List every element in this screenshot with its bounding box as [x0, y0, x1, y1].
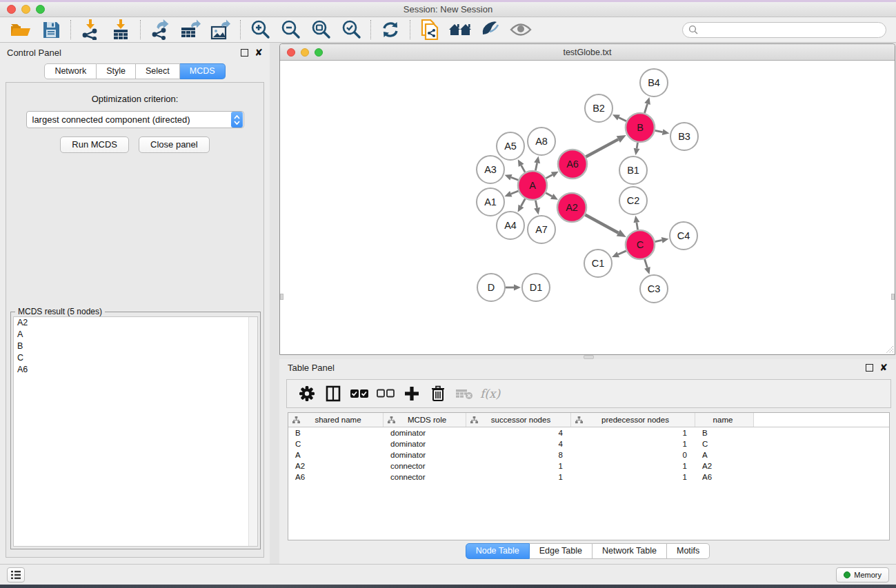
tab-select[interactable]: Select	[136, 63, 180, 79]
cell-shared-name[interactable]: C	[288, 440, 384, 448]
column-header-name[interactable]: name	[695, 413, 754, 427]
add-column-icon[interactable]	[399, 381, 425, 406]
cell-mcds-role[interactable]: dominator	[384, 440, 466, 448]
table-row[interactable]: Adominator80A	[288, 449, 889, 460]
node-A3[interactable]: A3	[477, 156, 504, 183]
table-row[interactable]: Cdominator41C	[288, 438, 889, 449]
edge-C-C1[interactable]	[612, 251, 626, 257]
node-D[interactable]: D	[477, 274, 505, 301]
eye-icon[interactable]	[506, 18, 536, 41]
homes-icon[interactable]	[445, 18, 475, 41]
cell-successor-nodes[interactable]: 8	[466, 451, 571, 459]
cell-shared-name[interactable]: A2	[288, 462, 384, 470]
edge-A-A7[interactable]	[534, 201, 540, 215]
cell-predecessor-nodes[interactable]: 1	[571, 462, 695, 470]
network-window-titlebar[interactable]: testGlobe.txt	[280, 44, 895, 61]
clear-all-checks-icon[interactable]	[372, 381, 399, 406]
tab-network[interactable]: Network	[44, 63, 97, 79]
search-input[interactable]	[698, 25, 880, 34]
cell-name[interactable]: A6	[695, 473, 754, 481]
tab-style[interactable]: Style	[97, 63, 136, 79]
right-edge-handle[interactable]	[891, 294, 895, 300]
node-C4[interactable]: C4	[670, 222, 697, 250]
run-mcds-button[interactable]: Run MCDS	[60, 136, 129, 153]
node-B1[interactable]: B1	[619, 156, 647, 184]
node-A[interactable]: A	[518, 171, 547, 200]
cell-name[interactable]: A	[695, 451, 754, 459]
column-header-mcds-role[interactable]: MCDS role	[384, 413, 466, 427]
node-B3[interactable]: B3	[670, 123, 698, 150]
save-session-icon[interactable]	[36, 18, 66, 41]
cell-predecessor-nodes[interactable]: 1	[571, 473, 695, 481]
table-tab-edge-table[interactable]: Edge Table	[530, 543, 593, 559]
edge-A2-C[interactable]	[585, 215, 626, 237]
node-A8[interactable]: A8	[528, 128, 555, 155]
edge-B-B2[interactable]	[613, 114, 626, 121]
cell-mcds-role[interactable]: dominator	[384, 429, 466, 437]
refresh-icon[interactable]	[375, 18, 406, 41]
float-panel-icon[interactable]	[241, 49, 248, 57]
export-image-icon[interactable]	[206, 18, 236, 41]
edge-A-A3[interactable]	[505, 174, 519, 180]
cell-predecessor-nodes[interactable]: 1	[571, 429, 695, 437]
result-item-a2[interactable]: A2	[14, 317, 257, 329]
duplicate-network-icon[interactable]	[415, 18, 445, 41]
resize-grip-icon[interactable]	[884, 343, 893, 353]
result-item-b[interactable]: B	[14, 341, 257, 352]
zoom-selected-icon[interactable]	[336, 18, 366, 41]
result-item-a6[interactable]: A6	[14, 364, 257, 376]
node-A7[interactable]: A7	[528, 216, 555, 243]
table-settings-gear-icon[interactable]	[294, 381, 320, 406]
zoom-fit-icon[interactable]	[306, 18, 336, 41]
cell-shared-name[interactable]: A6	[288, 473, 384, 481]
search-box[interactable]	[682, 22, 886, 38]
edge-A-A6[interactable]	[546, 172, 558, 179]
cell-shared-name[interactable]: B	[288, 429, 384, 437]
cell-mcds-role[interactable]: connector	[384, 462, 466, 470]
delete-table-icon[interactable]	[451, 381, 477, 406]
task-history-button[interactable]	[7, 567, 25, 582]
edge-B-B4[interactable]	[644, 97, 650, 113]
tab-mcds[interactable]: MCDS	[180, 63, 226, 79]
node-B2[interactable]: B2	[585, 94, 613, 122]
cell-shared-name[interactable]: A	[288, 451, 384, 459]
edge-A-A4[interactable]	[518, 199, 526, 212]
cell-successor-nodes[interactable]: 4	[466, 429, 571, 437]
cell-name[interactable]: C	[695, 440, 754, 448]
edge-C-C4[interactable]	[655, 237, 669, 243]
node-A2[interactable]: A2	[557, 193, 586, 222]
cell-successor-nodes[interactable]: 1	[466, 462, 571, 470]
zoom-in-icon[interactable]	[245, 18, 275, 41]
paint-details-icon[interactable]	[475, 18, 506, 41]
node-C3[interactable]: C3	[640, 275, 668, 303]
import-table-icon[interactable]	[106, 18, 136, 41]
node-A4[interactable]: A4	[497, 212, 524, 239]
result-scrollbar[interactable]	[248, 317, 257, 546]
edge-B-B3[interactable]	[655, 129, 670, 135]
cell-mcds-role[interactable]: connector	[384, 473, 466, 481]
result-item-a[interactable]: A	[14, 329, 257, 341]
node-table[interactable]: shared nameMCDS rolesuccessor nodesprede…	[288, 412, 890, 540]
export-table-icon[interactable]	[175, 18, 206, 41]
table-tab-motifs[interactable]: Motifs	[667, 543, 710, 559]
cell-successor-nodes[interactable]: 1	[466, 473, 571, 481]
mcds-result-list[interactable]: A2ABCA6	[13, 316, 258, 547]
open-session-icon[interactable]	[6, 18, 36, 41]
close-table-panel-icon[interactable]: ✘	[879, 364, 888, 372]
column-header-predecessor-nodes[interactable]: predecessor nodes	[571, 413, 695, 427]
node-D1[interactable]: D1	[522, 274, 550, 301]
node-A6[interactable]: A6	[558, 150, 587, 179]
delete-column-icon[interactable]	[425, 381, 451, 406]
export-network-icon[interactable]	[145, 18, 175, 41]
left-edge-handle[interactable]	[280, 294, 283, 300]
cell-name[interactable]: B	[695, 429, 754, 437]
result-item-c[interactable]: C	[14, 352, 257, 364]
column-header-successor-nodes[interactable]: successor nodes	[466, 413, 571, 427]
node-A1[interactable]: A1	[477, 188, 504, 216]
import-network-icon[interactable]	[75, 18, 106, 41]
function-builder-icon[interactable]: f(x)	[477, 387, 500, 401]
criterion-select[interactable]: largest connected component (directed)	[26, 111, 244, 128]
show-columns-icon[interactable]	[320, 381, 346, 406]
cell-name[interactable]: A2	[695, 462, 754, 470]
edge-B-B1[interactable]	[634, 143, 640, 156]
